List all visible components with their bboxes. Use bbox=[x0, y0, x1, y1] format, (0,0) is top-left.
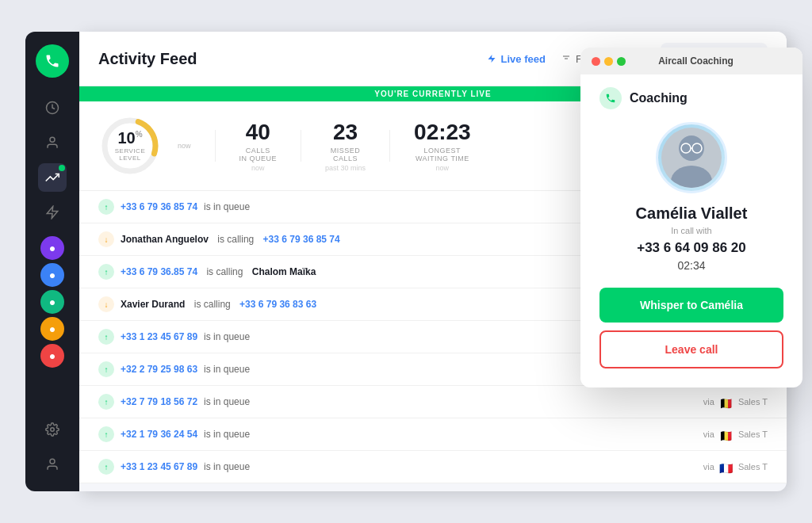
svg-marker-2 bbox=[47, 207, 58, 219]
phone-number: +33 6 79 36 85 74 bbox=[263, 234, 340, 245]
close-button[interactable] bbox=[592, 57, 600, 66]
svg-marker-5 bbox=[488, 55, 495, 63]
svg-point-3 bbox=[51, 428, 55, 432]
popup-body: Coaching Camélia Viallet In call with +3… bbox=[580, 74, 802, 387]
via-label: via bbox=[703, 462, 714, 471]
phone-icon[interactable] bbox=[36, 44, 69, 78]
svg-point-4 bbox=[50, 459, 55, 464]
phone-number: +33 1 23 45 67 89 bbox=[121, 331, 197, 342]
whisper-button[interactable]: Whisper to Camélia bbox=[599, 288, 783, 323]
call-status-icon: ↓ bbox=[98, 231, 114, 247]
missed-calls-label: MISSEDCALLS bbox=[331, 147, 361, 162]
call-status: is in queue bbox=[204, 364, 250, 375]
phone-number: +32 1 79 36 24 54 bbox=[121, 429, 197, 440]
longest-waiting-stat: 02:23 LONGESTWAITING TIME now bbox=[414, 120, 471, 172]
call-status-icon: ↑ bbox=[98, 394, 114, 410]
sidebar-item-contacts[interactable] bbox=[38, 128, 67, 157]
call-status: is in queue bbox=[204, 201, 250, 212]
caller-name: Chalom Maïka bbox=[252, 266, 316, 277]
sidebar-dot-icons: ● ● ● ● ● bbox=[40, 236, 64, 368]
phone-number: +33 6 79 36.85 74 bbox=[121, 266, 197, 277]
popup-header-row: Coaching bbox=[599, 87, 783, 109]
sidebar-item-activity[interactable] bbox=[38, 163, 67, 192]
caller-avatar-ring bbox=[656, 122, 727, 193]
call-duration: 02:34 bbox=[677, 259, 705, 272]
svg-point-1 bbox=[50, 137, 55, 142]
table-row[interactable]: ↑ +33 1 23 45 67 89 is in queue via 🇫🇷 S… bbox=[79, 451, 787, 483]
dot-icon-red[interactable]: ● bbox=[40, 344, 64, 368]
via-info: via 🇫🇷 Sales T bbox=[703, 462, 768, 472]
traffic-lights bbox=[592, 57, 626, 66]
sidebar-item-user-profile[interactable] bbox=[38, 450, 67, 479]
caller-number: +33 6 64 09 86 20 bbox=[637, 240, 746, 256]
country-flag: 🇫🇷 bbox=[719, 462, 733, 472]
caller-name: Camélia Viallet bbox=[636, 204, 748, 223]
caller-avatar bbox=[661, 128, 722, 188]
calls-in-queue-stat: 40 CALLSIN QUEUE now bbox=[239, 120, 278, 172]
sidebar-item-settings[interactable] bbox=[38, 415, 67, 444]
call-status: is in queue bbox=[204, 331, 250, 342]
call-status-icon: ↑ bbox=[98, 426, 114, 442]
service-level-value: 10% bbox=[115, 130, 145, 146]
sidebar-item-lightning[interactable] bbox=[38, 198, 67, 227]
dot-icon-orange[interactable]: ● bbox=[40, 317, 64, 341]
phone-number: +33 6 79 36 85 74 bbox=[121, 201, 197, 212]
in-call-label: In call with bbox=[671, 226, 711, 235]
leave-call-button[interactable]: Leave call bbox=[599, 330, 783, 368]
via-label: via bbox=[703, 397, 714, 407]
caller-name: Xavier Durand bbox=[121, 299, 185, 310]
via-label: via bbox=[703, 429, 714, 439]
call-status-icon: ↓ bbox=[98, 296, 114, 312]
dot-icon-green[interactable]: ● bbox=[40, 290, 64, 314]
call-status-icon: ↑ bbox=[98, 199, 114, 215]
call-status-icon: ↑ bbox=[98, 361, 114, 377]
sidebar-item-clock[interactable] bbox=[38, 94, 67, 122]
table-row[interactable]: ↑ +32 1 79 36 24 54 is in queue via 🇧🇪 S… bbox=[79, 418, 787, 451]
table-row[interactable]: ↑ +32 7 79 18 56 72 is in queue via 🇧🇪 S… bbox=[79, 386, 787, 418]
service-level-label: SERVICELEVEL bbox=[115, 147, 145, 162]
sidebar-bottom bbox=[38, 415, 67, 479]
via-info: via 🇧🇪 Sales T bbox=[703, 429, 768, 440]
country-flag: 🇧🇪 bbox=[719, 429, 733, 440]
phone-number: +33 1 23 45 67 89 bbox=[121, 461, 197, 472]
missed-calls-stat: 23 MISSEDCALLS past 30 mins bbox=[325, 120, 366, 172]
calls-in-queue-label: CALLSIN QUEUE bbox=[239, 147, 278, 162]
coaching-label: Coaching bbox=[630, 91, 688, 105]
phone-number: +33 6 79 36 83 63 bbox=[239, 299, 316, 310]
caller-name: Jonathan Anguelov bbox=[121, 234, 209, 245]
page-title: Activity Feed bbox=[98, 50, 471, 68]
popup-titlebar: Aircall Coaching bbox=[580, 48, 802, 74]
dot-icon-blue[interactable]: ● bbox=[40, 263, 64, 287]
queue-name: Sales T bbox=[738, 397, 768, 407]
coaching-icon bbox=[599, 87, 622, 109]
phone-number: +32 2 79 25 98 63 bbox=[121, 364, 197, 375]
popup-title: Aircall Coaching bbox=[632, 55, 760, 67]
sidebar: ● ● ● ● ● bbox=[25, 32, 79, 491]
call-status: is in queue bbox=[204, 461, 250, 472]
call-status: is calling bbox=[191, 299, 233, 310]
call-status-icon: ↑ bbox=[98, 329, 114, 345]
service-level-sub: now bbox=[178, 142, 191, 150]
svg-point-12 bbox=[671, 166, 712, 188]
call-status: is in queue bbox=[204, 429, 250, 440]
dot-icon-purple[interactable]: ● bbox=[40, 236, 64, 260]
minimize-button[interactable] bbox=[604, 57, 613, 66]
maximize-button[interactable] bbox=[617, 57, 626, 66]
call-status: is calling bbox=[204, 266, 246, 277]
coaching-popup: Aircall Coaching Coaching bbox=[580, 48, 802, 387]
service-level-stat: 10% SERVICELEVEL bbox=[98, 114, 162, 178]
call-status-icon: ↑ bbox=[98, 459, 114, 475]
call-status: is calling bbox=[215, 234, 257, 245]
live-feed-button[interactable]: Live feed bbox=[487, 53, 546, 65]
phone-number: +32 7 79 18 56 72 bbox=[121, 396, 197, 407]
longest-waiting-label: LONGESTWAITING TIME bbox=[416, 147, 469, 162]
call-status-icon: ↑ bbox=[98, 264, 114, 280]
queue-name: Sales T bbox=[738, 462, 768, 471]
queue-name: Sales T bbox=[738, 429, 768, 439]
via-info: via 🇧🇪 Sales T bbox=[703, 397, 768, 407]
call-status: is in queue bbox=[204, 396, 250, 407]
country-flag: 🇧🇪 bbox=[719, 397, 733, 407]
